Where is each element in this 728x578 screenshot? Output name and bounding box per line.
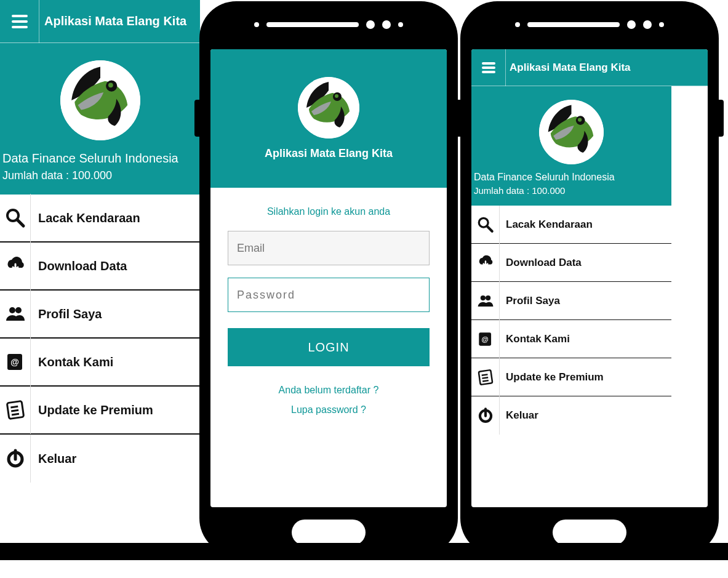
menu-label: Lacak Kendaraan [31,211,140,225]
app-title: Aplikasi Mata Elang Kita [265,147,393,160]
app-header: Aplikasi Mata Elang Kita [0,0,200,43]
menu-item-keluar[interactable]: Keluar [0,435,200,483]
checklist-icon [0,386,31,434]
menu-label: Profil Saya [500,295,560,307]
menu-label: Keluar [500,409,538,422]
footer-bar [0,543,728,560]
phone-mock-login: Aplikasi Mata Elang Kita Silahkan login … [199,1,458,555]
forgot-password-link[interactable]: Lupa password ? [228,404,430,415]
cloud-download-icon [0,242,31,290]
hero-subtitle-1: Data Finance Seluruh Indonesia [0,151,200,169]
menu-item-download[interactable]: Download Data [471,244,671,282]
menu-item-kontak[interactable]: Kontak Kami [471,320,671,358]
users-icon [471,282,500,320]
screen-menu-large: Aplikasi Mata Elang Kita Data Finance Se… [0,0,200,499]
menu-label: Keluar [31,452,76,466]
screen-menu-phone: Aplikasi Mata Elang Kita Data Finance Se… [471,49,708,507]
menu-label: Kontak Kami [500,333,570,345]
menu-label: Download Data [500,257,582,269]
cloud-download-icon [471,244,500,282]
app-header: Aplikasi Mata Elang Kita [471,49,708,86]
hamburger-button[interactable] [0,0,39,43]
hamburger-button[interactable] [471,49,506,86]
menu-item-premium[interactable]: Update ke Premium [471,358,671,396]
login-form: Silahkan login ke akun anda LOGIN Anda b… [210,188,447,436]
menu-item-lacak[interactable]: Lacak Kendaraan [0,195,200,243]
menu-item-profil[interactable]: Profil Saya [0,291,200,339]
login-button[interactable]: LOGIN [228,328,430,366]
app-title: Aplikasi Mata Elang Kita [39,14,186,28]
power-icon [471,396,500,435]
hero-section: Data Finance Seluruh Indonesia Jumlah da… [471,86,671,206]
eagle-logo-icon [298,77,359,138]
email-field[interactable] [228,231,430,265]
checklist-icon [471,358,500,396]
contact-card-icon [0,338,31,386]
main-menu: Lacak Kendaraan Download Data Profil Say… [471,206,671,435]
hero-subtitle-2: Jumlah data : 100.000 [0,169,200,188]
phone-top-sensors [460,12,719,37]
phone-mock-menu: Aplikasi Mata Elang Kita Data Finance Se… [460,1,719,555]
hero-section: Data Finance Seluruh Indonesia Jumlah da… [0,43,200,195]
login-prompt: Silahkan login ke akun anda [228,206,430,217]
screen-login: Aplikasi Mata Elang Kita Silahkan login … [210,49,447,507]
contact-card-icon [471,320,500,358]
phone-top-sensors [199,12,458,37]
login-hero: Aplikasi Mata Elang Kita [210,49,447,188]
users-icon [0,290,31,338]
phone-home-button[interactable] [292,520,366,545]
search-icon [0,194,31,242]
power-icon [0,435,31,483]
menu-label: Update ke Premium [31,403,153,417]
register-link[interactable]: Anda belum terdaftar ? [228,385,430,396]
app-title: Aplikasi Mata Elang Kita [506,62,631,74]
menu-label: Update ke Premium [500,371,604,383]
menu-item-kontak[interactable]: Kontak Kami [0,339,200,387]
eagle-logo-icon [539,100,604,164]
search-icon [471,206,500,244]
menu-label: Profil Saya [31,307,102,321]
menu-label: Download Data [31,259,127,273]
main-menu: Lacak Kendaraan Download Data Profil Say… [0,195,200,483]
menu-item-premium[interactable]: Update ke Premium [0,387,200,435]
hamburger-icon [482,62,495,73]
menu-item-lacak[interactable]: Lacak Kendaraan [471,206,671,244]
hero-subtitle-1: Data Finance Seluruh Indonesia [471,172,671,185]
menu-item-keluar[interactable]: Keluar [471,396,671,435]
hamburger-icon [12,15,28,28]
hero-subtitle-2: Jumlah data : 100.000 [471,185,671,201]
phone-home-button[interactable] [553,520,626,545]
menu-item-profil[interactable]: Profil Saya [471,282,671,320]
menu-label: Lacak Kendaraan [500,219,593,231]
eagle-logo-icon [60,60,140,140]
menu-label: Kontak Kami [31,355,113,369]
password-field[interactable] [228,278,430,312]
menu-item-download[interactable]: Download Data [0,243,200,291]
